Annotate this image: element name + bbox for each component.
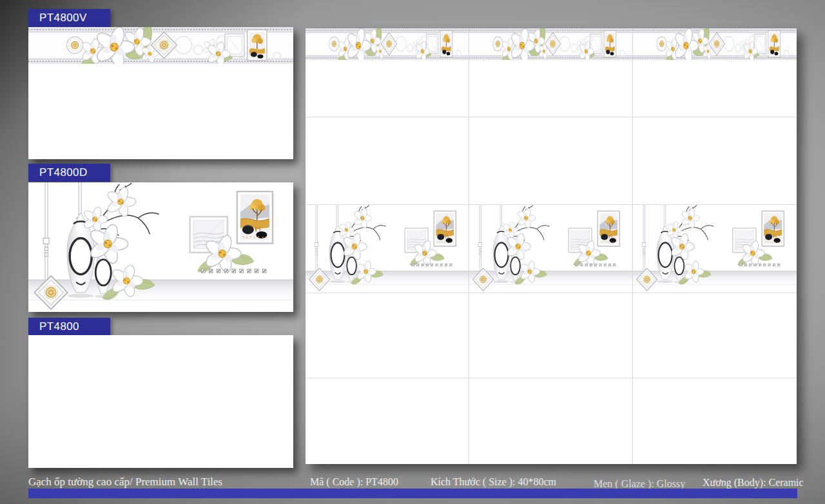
wall-tile-plain [469,117,633,205]
wall-tile-plain [469,378,633,464]
product-code-text: Mã ( Code ): PT4800 [310,476,398,488]
tile-sample-plain [28,335,293,468]
decor-tile-art [633,205,797,293]
product-line-text: Gạch ốp tường cao cấp/ Premium Wall Tile… [28,476,222,489]
border-tile-art [469,28,632,60]
border-tile-art [306,28,469,60]
tile-code-label-pt4800d: PT4800D [28,164,110,182]
decor-tile-art [469,205,632,293]
border-tile-art [28,27,293,64]
tile-code-label-pt4800: PT4800 [28,318,110,336]
border-tile-art [633,28,797,60]
wall-tile-border [469,28,633,117]
footer-accent-strip [28,489,797,498]
decor-tile-art [306,205,469,293]
wall-tile-border [306,28,469,117]
wall-tile-plain [306,117,469,205]
wall-mockup [306,28,797,464]
wall-tile-plain [633,117,797,205]
decor-tile-art [28,182,293,312]
wall-tile-decor [306,205,469,293]
tile-code-label-pt4800v: PT4800V [28,9,110,27]
product-size-text: Kích Thước ( Size ): 40*80cm [431,476,556,488]
wall-tile-plain [306,293,469,378]
wall-tile-decor [469,205,633,293]
tile-sample-decor [28,182,293,312]
wall-tile-plain [633,378,797,464]
wall-tile-border [633,28,797,117]
wall-tile-plain [469,293,633,378]
tile-sample-border [28,27,293,159]
wall-tile-plain [633,293,797,378]
wall-tile-decor [633,205,797,293]
wall-tile-plain [306,378,469,464]
product-body-text: Xương (Body): Ceramic [703,477,804,489]
